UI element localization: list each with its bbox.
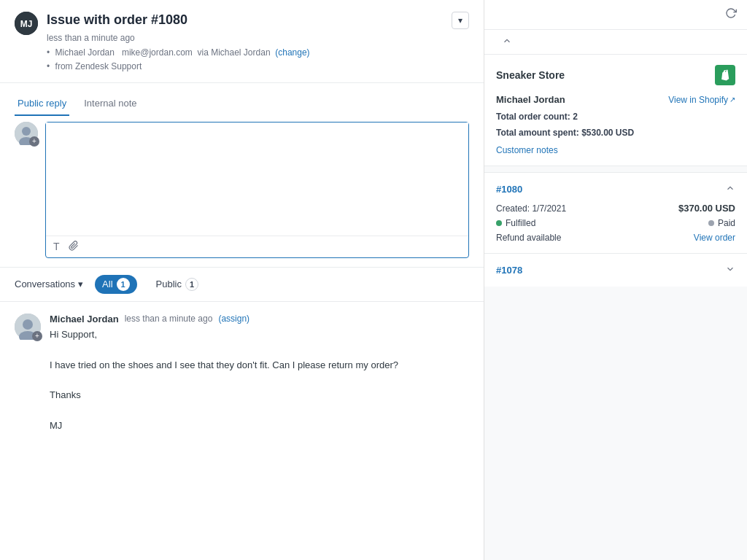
reply-textarea[interactable] bbox=[46, 122, 468, 236]
conversations-chevron: ▾ bbox=[78, 279, 83, 289]
conversations-label[interactable]: Conversations ▾ bbox=[15, 279, 83, 289]
ticket-source: from Zendesk Support bbox=[55, 61, 142, 71]
contact-email: mike@jordan.com bbox=[122, 47, 193, 58]
filter-all-button[interactable]: All 1 bbox=[95, 275, 136, 294]
message-body: Hi Support, I have tried on the shoes an… bbox=[50, 327, 469, 434]
public-count-badge: 1 bbox=[185, 278, 198, 291]
order-1080-section: #1080 Created: 1/7/2021 $370.00 USD Fulf… bbox=[484, 172, 747, 253]
message-content: Michael Jordan less than a minute ago (a… bbox=[50, 314, 469, 434]
order-1078-toggle[interactable] bbox=[725, 264, 735, 276]
message-item: + Michael Jordan less than a minute ago … bbox=[15, 314, 469, 434]
ticket-header-left: MJ Issue with order #1080 less than a mi… bbox=[15, 12, 310, 74]
main-panel: MJ Issue with order #1080 less than a mi… bbox=[0, 0, 484, 560]
customer-stats: Total order count: 2 Total amount spent:… bbox=[496, 109, 735, 141]
order-1078-section: #1078 bbox=[484, 253, 747, 287]
ticket-title: Issue with order #1080 bbox=[47, 12, 310, 28]
ticket-header: MJ Issue with order #1080 less than a mi… bbox=[0, 0, 484, 83]
fulfilled-dot bbox=[496, 220, 502, 226]
order-1080-toggle[interactable] bbox=[725, 183, 735, 195]
order-1078-id[interactable]: #1078 bbox=[496, 265, 522, 276]
assign-link[interactable]: (assign) bbox=[218, 314, 249, 324]
reply-avatar: + bbox=[15, 122, 38, 145]
refresh-button[interactable] bbox=[724, 6, 738, 23]
message-avatar-badge: + bbox=[32, 331, 42, 341]
thread-section: + Michael Jordan less than a minute ago … bbox=[0, 302, 484, 560]
ticket-meta: less than a minute ago • Michael Jordan … bbox=[47, 31, 310, 74]
message-sender: Michael Jordan bbox=[50, 314, 119, 324]
change-link[interactable]: (change) bbox=[275, 47, 309, 58]
panel-collapse-button[interactable] bbox=[502, 36, 512, 48]
shopify-icon bbox=[715, 65, 735, 85]
ticket-dropdown-button[interactable]: ▾ bbox=[452, 12, 469, 29]
message-header: Michael Jordan less than a minute ago (a… bbox=[50, 314, 469, 324]
refund-row: Refund available View order bbox=[496, 233, 735, 243]
view-shopify-link[interactable]: View in Shopify ↗ bbox=[668, 95, 735, 105]
paid-status: Paid bbox=[708, 218, 735, 228]
shopify-header: Sneaker Store bbox=[496, 65, 735, 85]
reply-tabs: Public reply Internal note bbox=[15, 92, 469, 116]
text-format-icon[interactable]: T bbox=[53, 241, 60, 252]
fulfilled-status: Fulfilled bbox=[496, 218, 535, 228]
shopify-section: Sneaker Store Michael Jordan View in Sho… bbox=[484, 55, 747, 166]
reply-box: T bbox=[45, 122, 469, 258]
order-count-stat: Total order count: 2 bbox=[496, 109, 735, 125]
right-panel-top-bar bbox=[484, 0, 747, 30]
all-count-badge: 1 bbox=[117, 278, 130, 291]
right-panel: Sneaker Store Michael Jordan View in Sho… bbox=[484, 0, 747, 560]
view-order-link[interactable]: View order bbox=[694, 233, 735, 243]
svg-point-6 bbox=[23, 319, 33, 330]
order-1080-info: Created: 1/7/2021 $370.00 USD bbox=[496, 203, 735, 214]
svg-point-3 bbox=[22, 127, 31, 136]
tab-internal-note[interactable]: Internal note bbox=[81, 92, 139, 116]
tab-public-reply[interactable]: Public reply bbox=[15, 92, 69, 116]
ticket-info: Issue with order #1080 less than a minut… bbox=[47, 12, 310, 74]
order-1080-status-row: Fulfilled Paid bbox=[496, 218, 735, 228]
reply-section: Public reply Internal note + T bbox=[0, 83, 484, 268]
order-1080-date: Created: 1/7/2021 bbox=[496, 203, 566, 214]
customer-name: Michael Jordan bbox=[496, 94, 565, 105]
customer-name-row: Michael Jordan View in Shopify ↗ bbox=[496, 94, 735, 105]
svg-text:MJ: MJ bbox=[20, 19, 33, 29]
message-avatar: + bbox=[15, 314, 41, 340]
ticket-time: less than a minute ago bbox=[47, 33, 135, 43]
order-1080-id[interactable]: #1080 bbox=[496, 184, 522, 195]
shopify-store-title: Sneaker Store bbox=[496, 69, 565, 81]
avatar-plus-badge: + bbox=[29, 136, 39, 147]
reply-toolbar: T bbox=[46, 236, 468, 257]
message-time: less than a minute ago bbox=[125, 314, 213, 324]
reply-area-wrapper: + T bbox=[15, 122, 469, 267]
filter-public-button[interactable]: Public 1 bbox=[149, 275, 206, 294]
attach-icon[interactable] bbox=[69, 241, 79, 253]
dropdown-chevron: ▾ bbox=[458, 15, 462, 26]
customer-notes-link[interactable]: Customer notes bbox=[496, 145, 735, 155]
avatar: MJ bbox=[15, 12, 38, 35]
contact-name: Michael Jordan bbox=[55, 47, 115, 58]
refund-label: Refund available bbox=[496, 233, 561, 243]
order-1080-amount: $370.00 USD bbox=[678, 203, 735, 214]
conversations-bar: Conversations ▾ All 1 Public 1 bbox=[0, 268, 484, 302]
contact-via: via Michael Jordan bbox=[198, 47, 271, 58]
amount-stat: Total amount spent: $530.00 USD bbox=[496, 125, 735, 141]
paid-dot bbox=[708, 220, 714, 226]
order-1080-header: #1080 bbox=[496, 183, 735, 195]
